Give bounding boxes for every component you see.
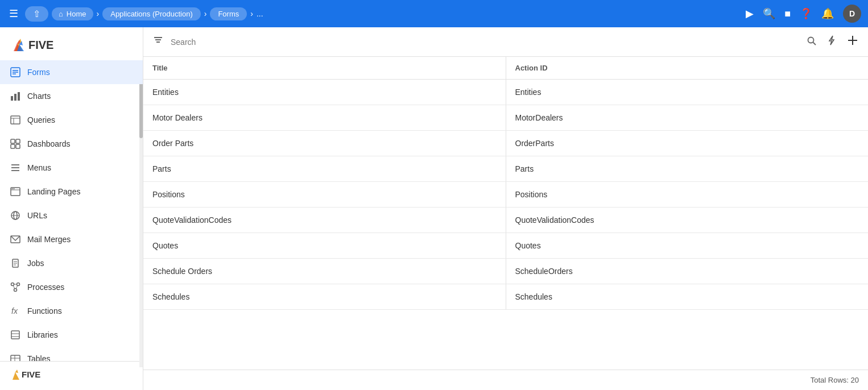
app-breadcrumb-button[interactable]: Applications (Production) xyxy=(102,7,201,20)
breadcrumb-dots[interactable]: ... xyxy=(257,9,263,18)
svg-point-23 xyxy=(12,188,13,189)
forms-breadcrumb-button[interactable]: Forms xyxy=(210,7,247,20)
sidebar-nav: Forms Charts xyxy=(0,60,143,361)
home-label: Home xyxy=(67,10,86,18)
stop-icon[interactable]: ■ xyxy=(784,8,791,20)
notifications-icon[interactable]: 🔔 xyxy=(821,7,834,20)
sidebar-item-jobs[interactable]: Jobs xyxy=(0,251,143,275)
filter-button[interactable] xyxy=(150,32,166,51)
cell-action-id: Entities xyxy=(506,80,869,105)
user-avatar[interactable]: D xyxy=(843,5,861,23)
col-title-header: Title xyxy=(143,57,506,80)
sidebar-item-mail-merges[interactable]: Mail Merges xyxy=(0,227,143,251)
cell-action-id: Positions xyxy=(506,182,869,208)
svg-text:FIVE: FIVE xyxy=(22,370,40,379)
charts-icon xyxy=(9,90,22,102)
svg-rect-40 xyxy=(11,331,19,339)
cell-action-id: Schedules xyxy=(506,284,869,310)
col-action-id-header: Action ID xyxy=(506,57,869,80)
breadcrumb-chevron-1: › xyxy=(97,9,100,18)
sidebar-logo: FIVE xyxy=(0,27,143,60)
sidebar-urls-label: URLs xyxy=(27,211,47,220)
sidebar-mail-merges-label: Mail Merges xyxy=(27,235,71,244)
cell-title: Order Parts xyxy=(143,131,506,156)
sidebar-item-charts[interactable]: Charts xyxy=(0,84,143,108)
sidebar-item-landing-pages[interactable]: Landing Pages xyxy=(0,180,143,204)
cell-action-id: OrderParts xyxy=(506,131,869,156)
table-row[interactable]: PartsParts xyxy=(143,156,868,182)
sidebar-tables-label: Tables xyxy=(27,354,50,361)
svg-text:fx: fx xyxy=(11,306,18,316)
svg-rect-11 xyxy=(11,116,20,124)
cell-title: Schedules xyxy=(143,284,506,310)
upload-button[interactable]: ⇧ xyxy=(25,6,48,22)
table-row[interactable]: Motor DealersMotorDealers xyxy=(143,105,868,131)
table-row[interactable]: QuotesQuotes xyxy=(143,233,868,259)
search-input[interactable] xyxy=(171,32,800,52)
sidebar-item-processes[interactable]: Processes xyxy=(0,275,143,299)
table-footer: Total Rows: 20 xyxy=(143,370,868,390)
five-logo: FIVE xyxy=(9,35,60,55)
help-icon[interactable]: ❓ xyxy=(800,7,812,20)
home-button[interactable]: ⌂ Home xyxy=(52,7,93,20)
sidebar-jobs-label: Jobs xyxy=(27,259,44,268)
hamburger-icon[interactable]: ☰ xyxy=(7,5,20,22)
search-button[interactable] xyxy=(804,34,819,51)
sidebar-item-urls[interactable]: URLs xyxy=(0,204,143,227)
table-row[interactable]: SchedulesSchedules xyxy=(143,284,868,310)
cell-title: Quotes xyxy=(143,233,506,259)
filter-icon xyxy=(152,35,164,46)
svg-line-61 xyxy=(813,42,816,45)
svg-rect-10 xyxy=(18,92,20,101)
add-button[interactable] xyxy=(844,32,861,52)
processes-icon xyxy=(9,281,22,293)
sidebar-forms-label: Forms xyxy=(27,68,50,77)
functions-icon: fx xyxy=(9,305,22,317)
sidebar-item-queries[interactable]: Queries xyxy=(0,108,143,132)
lightning-button[interactable] xyxy=(824,32,840,51)
svg-point-34 xyxy=(17,283,20,286)
table-row[interactable]: Order PartsOrderParts xyxy=(143,131,868,156)
sidebar-item-forms[interactable]: Forms xyxy=(0,60,143,84)
sidebar-landing-pages-label: Landing Pages xyxy=(27,187,80,196)
sidebar-item-libraries[interactable]: Libraries xyxy=(0,323,143,347)
sidebar-item-dashboards[interactable]: Dashboards xyxy=(0,132,143,156)
cell-title: Schedule Orders xyxy=(143,259,506,284)
sidebar-item-tables[interactable]: Tables xyxy=(0,347,143,361)
urls-icon xyxy=(9,209,22,222)
table-row[interactable]: Schedule OrdersScheduleOrders xyxy=(143,259,868,284)
svg-rect-17 xyxy=(16,144,20,148)
sidebar-processes-label: Processes xyxy=(27,283,64,292)
svg-point-24 xyxy=(14,188,15,189)
cell-title: Entities xyxy=(143,80,506,105)
dashboards-icon xyxy=(9,138,22,150)
sidebar-dashboards-label: Dashboards xyxy=(27,139,71,148)
table-row[interactable]: EntitiesEntities xyxy=(143,80,868,105)
svg-point-60 xyxy=(808,37,814,43)
sidebar-libraries-label: Libraries xyxy=(27,330,58,339)
main-layout: FIVE Forms xyxy=(0,27,868,390)
sidebar-functions-label: Functions xyxy=(27,306,62,316)
queries-icon xyxy=(9,114,22,126)
cell-action-id: Quotes xyxy=(506,233,869,259)
top-nav: ☰ ⇧ ⌂ Home › Applications (Production) ›… xyxy=(0,0,868,27)
sidebar: FIVE Forms xyxy=(0,27,143,390)
forms-icon xyxy=(9,66,22,78)
app-label: Applications (Production) xyxy=(110,10,193,18)
sidebar-five-logo-small: FIVE xyxy=(9,367,49,382)
table-wrapper[interactable]: Title Action ID EntitiesEntitiesMotor De… xyxy=(143,57,868,370)
landing-pages-icon xyxy=(9,185,22,198)
svg-rect-15 xyxy=(16,139,20,143)
cell-title: Positions xyxy=(143,182,506,208)
sidebar-charts-label: Charts xyxy=(27,92,51,101)
table-row[interactable]: QuoteValidationCodesQuoteValidationCodes xyxy=(143,208,868,233)
cell-title: QuoteValidationCodes xyxy=(143,208,506,233)
sidebar-item-menus[interactable]: Menus xyxy=(0,156,143,180)
table-row[interactable]: PositionsPositions xyxy=(143,182,868,208)
content-toolbar xyxy=(143,27,868,57)
forms-label: Forms xyxy=(218,10,239,18)
svg-line-38 xyxy=(16,285,18,289)
play-icon[interactable]: ▶ xyxy=(746,7,754,20)
sidebar-item-functions[interactable]: fx Functions xyxy=(0,299,143,323)
search-nav-icon[interactable]: 🔍 xyxy=(763,7,775,20)
